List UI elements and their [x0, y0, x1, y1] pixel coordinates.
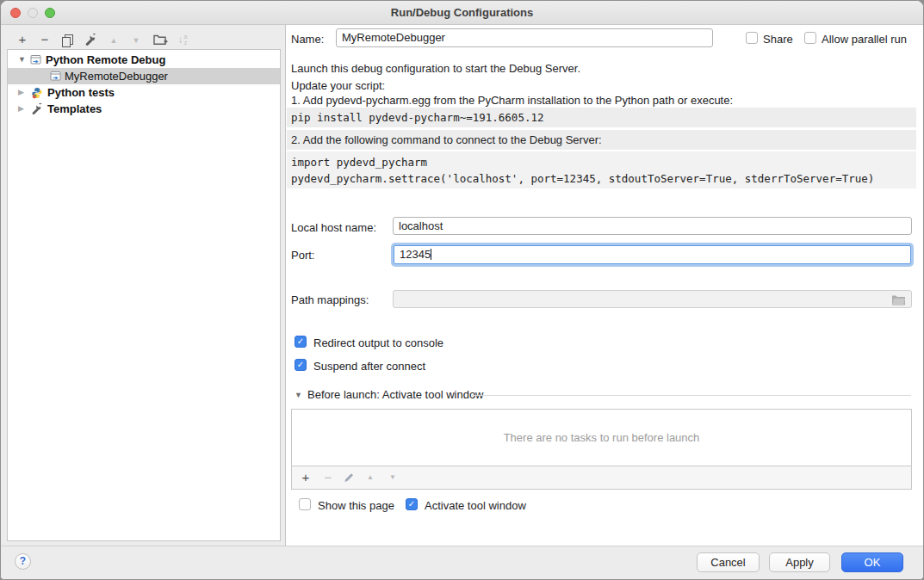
port-label: Port:: [291, 249, 314, 262]
edit-task-button[interactable]: [340, 466, 357, 489]
local-host-value: localhost: [399, 219, 443, 232]
path-mappings-input[interactable]: [393, 290, 912, 308]
path-mappings-label: Path mappings:: [291, 293, 369, 306]
configurations-sidebar: + − ▲ ▼ ↓ az: [1, 25, 286, 546]
apply-button[interactable]: Apply: [769, 552, 830, 572]
configurations-tree: ▼ Python Remote Debug: [7, 49, 281, 541]
settrace-code-block: import pydevd_pycharm pydevd_pycharm.set…: [287, 151, 916, 188]
local-host-input[interactable]: localhost: [393, 217, 912, 235]
remote-debug-config-icon: [30, 54, 41, 65]
text-caret: [431, 249, 431, 260]
check-icon: ✓: [295, 360, 306, 370]
new-folder-icon: [153, 34, 168, 46]
move-down-button[interactable]: ▼: [127, 30, 146, 49]
triangle-down-icon: ▼: [133, 36, 140, 45]
window-title: Run/Debug Configurations: [1, 6, 923, 19]
allow-parallel-run-label: Allow parallel run: [822, 33, 907, 46]
wrench-icon: [31, 102, 44, 115]
show-this-page-label: Show this page: [318, 499, 394, 512]
pencil-icon: [344, 472, 355, 483]
dialog-footer: ? Cancel Apply OK: [1, 546, 923, 580]
help-intro-text: Launch this debug configuration to start…: [291, 62, 580, 75]
name-input[interactable]: MyRemoteDebugger: [336, 28, 713, 47]
chevron-expanded-icon[interactable]: ▼: [18, 52, 26, 68]
title-bar[interactable]: Run/Debug Configurations: [1, 1, 923, 25]
run-debug-configurations-dialog: Run/Debug Configurations + − ▲ ▼ ↓ a: [0, 0, 924, 580]
share-label: Share: [763, 33, 793, 46]
add-task-button[interactable]: +: [297, 466, 314, 489]
create-folder-button[interactable]: [151, 30, 170, 49]
python-tests-icon: [31, 87, 43, 99]
section-collapse-icon[interactable]: ▼: [295, 391, 302, 399]
suspend-after-connect-label: Suspend after connect: [313, 360, 425, 373]
wrench-icon: [84, 33, 98, 46]
pip-command-code: pip install pydevd-pycharm~=191.6605.12: [287, 108, 916, 127]
plus-icon: +: [19, 32, 27, 46]
code-line: import pydevd_pycharm: [291, 154, 916, 170]
help-step2-text: 2. Add the following command to connect …: [287, 130, 916, 150]
cancel-button[interactable]: Cancel: [697, 552, 760, 572]
triangle-up-icon: ▲: [110, 36, 118, 45]
tree-item-label: Templates: [47, 101, 102, 117]
before-launch-task-list[interactable]: There are no tasks to run before launch: [291, 409, 912, 466]
section-divider: [472, 395, 911, 396]
folder-icon[interactable]: [891, 294, 906, 305]
empty-task-message: There are no tasks to run before launch: [504, 431, 700, 444]
redirect-output-checkbox[interactable]: ✓: [295, 336, 307, 348]
share-checkbox[interactable]: [746, 32, 758, 44]
tree-item-label: Python Remote Debug: [46, 52, 165, 68]
code-line: pydevd_pycharm.settrace('localhost', por…: [291, 170, 916, 187]
ok-button[interactable]: OK: [841, 552, 903, 572]
sort-configurations-button[interactable]: ↓ az: [173, 30, 192, 49]
local-host-label: Local host name:: [291, 221, 376, 234]
before-launch-title: Before launch: Activate tool window: [307, 388, 484, 401]
move-up-button[interactable]: ▲: [104, 30, 123, 49]
remote-debug-config-icon: [50, 71, 61, 82]
remove-task-button[interactable]: −: [319, 466, 337, 489]
tree-item-myremotedebugger[interactable]: MyRemoteDebugger: [8, 68, 280, 84]
redirect-output-label: Redirect output to console: [313, 336, 443, 349]
suspend-after-connect-checkbox[interactable]: ✓: [295, 359, 307, 371]
show-this-page-checkbox[interactable]: [299, 498, 311, 510]
help-step1-text: 1. Add pydevd-pycharm.egg from the PyCha…: [291, 94, 733, 107]
name-value: MyRemoteDebugger: [342, 31, 445, 44]
tree-item-label: Python tests: [47, 84, 115, 101]
port-value: 12345: [400, 248, 431, 261]
edit-templates-button[interactable]: [82, 30, 101, 49]
help-update-text: Update your script:: [291, 79, 385, 92]
sort-az-icon: ↓ az: [178, 34, 188, 46]
activate-tool-window-label: Activate tool window: [425, 499, 526, 512]
tree-item-python-remote-debug[interactable]: ▼ Python Remote Debug: [8, 52, 280, 68]
allow-parallel-run-checkbox[interactable]: [804, 32, 816, 44]
add-configuration-button[interactable]: +: [13, 30, 32, 49]
port-input[interactable]: 12345: [394, 245, 911, 264]
minus-icon: −: [41, 32, 49, 46]
help-button[interactable]: ?: [15, 553, 31, 570]
chevron-collapsed-icon[interactable]: ▶: [18, 101, 24, 117]
tree-item-templates[interactable]: ▶ Templates: [8, 101, 280, 117]
move-task-up-button[interactable]: ▲: [362, 466, 379, 489]
name-label: Name:: [291, 33, 324, 46]
chevron-collapsed-icon[interactable]: ▶: [18, 84, 24, 101]
tree-item-label: MyRemoteDebugger: [65, 68, 168, 84]
check-icon: ✓: [406, 499, 417, 509]
activate-tool-window-checkbox[interactable]: ✓: [406, 498, 418, 510]
before-launch-toolbar: + − ▲ ▼: [291, 466, 912, 490]
tree-item-python-tests[interactable]: ▶ Python tests: [8, 84, 280, 101]
copy-icon: [62, 34, 72, 46]
check-icon: ✓: [295, 336, 306, 347]
question-mark-icon: ?: [20, 555, 26, 567]
remove-configuration-button[interactable]: −: [35, 30, 54, 49]
copy-configuration-button[interactable]: [58, 30, 77, 49]
move-task-down-button[interactable]: ▼: [384, 466, 401, 489]
